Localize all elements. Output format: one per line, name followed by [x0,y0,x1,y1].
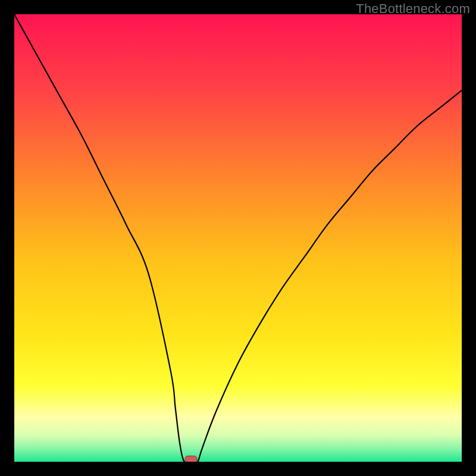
optimum-marker [185,456,197,462]
chart-frame: TheBottleneck.com [0,0,476,476]
plot-area [14,14,462,462]
watermark-text: TheBottleneck.com [356,1,470,17]
chart-svg [14,14,462,462]
gradient-bg [14,14,462,462]
